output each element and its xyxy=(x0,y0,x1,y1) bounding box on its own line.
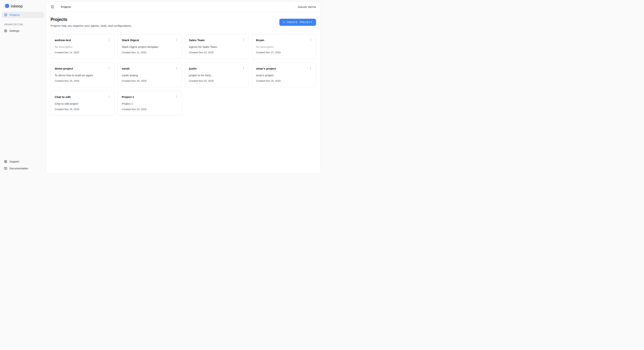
project-card[interactable]: andrew-test No description Created Dec 1… xyxy=(50,34,115,59)
project-card-description: Agents for Sales Team. xyxy=(189,45,246,48)
sidebar-item-documentation[interactable]: Documentation xyxy=(2,165,44,172)
create-project-label: CREATE PROJECT xyxy=(287,21,312,23)
layers-icon xyxy=(4,13,8,17)
project-card-description: No description xyxy=(55,45,112,48)
project-card-description: Chat to edit project xyxy=(55,102,112,105)
panel-left-icon xyxy=(51,5,54,8)
sidebar-section-organization: ORGANIZATION xyxy=(4,23,44,26)
project-card-description: Project 1 xyxy=(122,102,179,105)
project-menu-button[interactable] xyxy=(174,94,179,99)
page-title: Projects xyxy=(50,17,132,22)
breadcrumb: Projects xyxy=(60,5,71,8)
kebab-icon xyxy=(175,67,178,70)
project-card-created: Created Nov 27, 2025 xyxy=(256,51,313,54)
projects-grid: andrew-test No description Created Dec 1… xyxy=(50,34,316,116)
project-card-created: Created Nov 25, 2025 xyxy=(256,79,313,82)
sidebar-item-support[interactable]: Support xyxy=(2,158,44,165)
project-card-created: Created Nov 25, 2025 xyxy=(55,79,112,82)
project-card[interactable]: omar's project omar's project Created No… xyxy=(252,62,316,87)
project-card-created: Created Dec 11, 2025 xyxy=(55,51,112,54)
kebab-icon xyxy=(242,67,245,70)
project-menu-button[interactable] xyxy=(308,37,313,42)
project-card[interactable]: demo-project To demo how to build an age… xyxy=(50,62,115,87)
kebab-icon xyxy=(309,38,312,41)
project-card-description: sarah testing xyxy=(122,74,179,77)
lifebuoy-icon xyxy=(4,160,7,163)
project-card-title: demo-project xyxy=(55,66,73,70)
kebab-icon xyxy=(309,67,312,70)
project-card[interactable]: Project 1 Project 1 Created Nov 24, 2025 xyxy=(118,91,182,116)
project-card[interactable]: justin project is for facts... Created N… xyxy=(185,62,249,87)
project-card-title: Project 1 xyxy=(122,94,134,99)
kebab-icon xyxy=(108,95,111,98)
project-menu-button[interactable] xyxy=(107,66,112,71)
inkeep-logo: inkeep xyxy=(2,2,44,9)
projects-page: Projects Projects help you organize your… xyxy=(46,12,320,174)
kebab-icon xyxy=(242,38,245,41)
sidebar-item-label: Projects xyxy=(10,13,20,16)
kebab-icon xyxy=(108,67,111,70)
project-card-created: Created Nov 25, 2025 xyxy=(122,79,179,82)
sidebar: inkeep Projects ORGANIZATION Settings Su… xyxy=(0,0,46,175)
project-card-created: Created Nov 25, 2025 xyxy=(189,79,246,82)
project-card-description: project is for facts... xyxy=(189,74,246,77)
project-card-title: omar's project xyxy=(256,66,276,70)
sidebar-footer: Support Documentation xyxy=(2,158,44,172)
project-card-description: omar's project xyxy=(256,74,313,77)
kebab-icon xyxy=(175,95,178,98)
project-menu-button[interactable] xyxy=(241,37,246,42)
project-menu-button[interactable] xyxy=(107,37,112,42)
sidebar-toggle-button[interactable] xyxy=(50,4,55,9)
project-card-created: Created Nov 25, 2025 xyxy=(55,108,112,111)
project-card-created: Created Nov 24, 2025 xyxy=(122,108,179,111)
project-menu-button[interactable] xyxy=(308,66,313,71)
sidebar-item-label: Support xyxy=(9,160,19,163)
project-card-description: Slack Digest project template xyxy=(122,45,179,48)
project-card[interactable]: Chat to edit Chat to edit project Create… xyxy=(50,91,115,116)
page-heading-group: Projects Projects help you organize your… xyxy=(50,17,132,27)
project-card[interactable]: Slack Digest Slack Digest project templa… xyxy=(118,34,182,59)
user-menu[interactable]: Gaurav Varma xyxy=(298,5,316,8)
gear-icon xyxy=(4,29,7,32)
inkeep-logo-icon xyxy=(4,4,9,8)
project-card-description: To demo how to build an agent xyxy=(55,74,112,77)
project-menu-button[interactable] xyxy=(241,66,246,71)
inkeep-logo-wordmark: inkeep xyxy=(11,4,23,8)
kebab-icon xyxy=(108,38,111,41)
project-menu-button[interactable] xyxy=(174,37,179,42)
plus-icon: + xyxy=(283,20,285,24)
project-menu-button[interactable] xyxy=(107,94,112,99)
project-card-title: Chat to edit xyxy=(55,94,70,99)
sidebar-item-projects[interactable]: Projects xyxy=(2,12,44,18)
project-card[interactable]: Bryan No description Created Nov 27, 202… xyxy=(252,34,316,59)
project-card-description: No description xyxy=(256,45,313,48)
sidebar-item-label: Documentation xyxy=(9,167,28,170)
project-card-created: Created Dec 10, 2025 xyxy=(189,51,246,54)
sidebar-item-settings[interactable]: Settings xyxy=(2,28,44,34)
project-card-title: Bryan xyxy=(256,37,264,42)
topbar: Projects Gaurav Varma xyxy=(46,1,320,12)
project-card[interactable]: Sales Team Agents for Sales Team. Create… xyxy=(185,34,249,59)
project-card-title: justin xyxy=(189,66,197,70)
project-card[interactable]: sarah sarah testing Created Nov 25, 2025 xyxy=(118,62,182,87)
project-menu-button[interactable] xyxy=(174,66,179,71)
project-card-title: andrew-test xyxy=(55,37,71,42)
kebab-icon xyxy=(175,38,178,41)
project-card-title: Sales Team xyxy=(189,37,205,42)
create-project-button[interactable]: + CREATE PROJECT xyxy=(279,19,316,26)
project-card-created: Created Dec 11, 2025 xyxy=(122,51,179,54)
book-open-icon xyxy=(4,167,7,170)
page-subtitle: Projects help you organize your agents, … xyxy=(50,24,132,27)
sidebar-item-label: Settings xyxy=(9,29,20,32)
project-card-title: Slack Digest xyxy=(122,37,139,42)
project-card-title: sarah xyxy=(122,66,130,70)
main-panel: Projects Gaurav Varma Projects Projects … xyxy=(46,1,320,174)
